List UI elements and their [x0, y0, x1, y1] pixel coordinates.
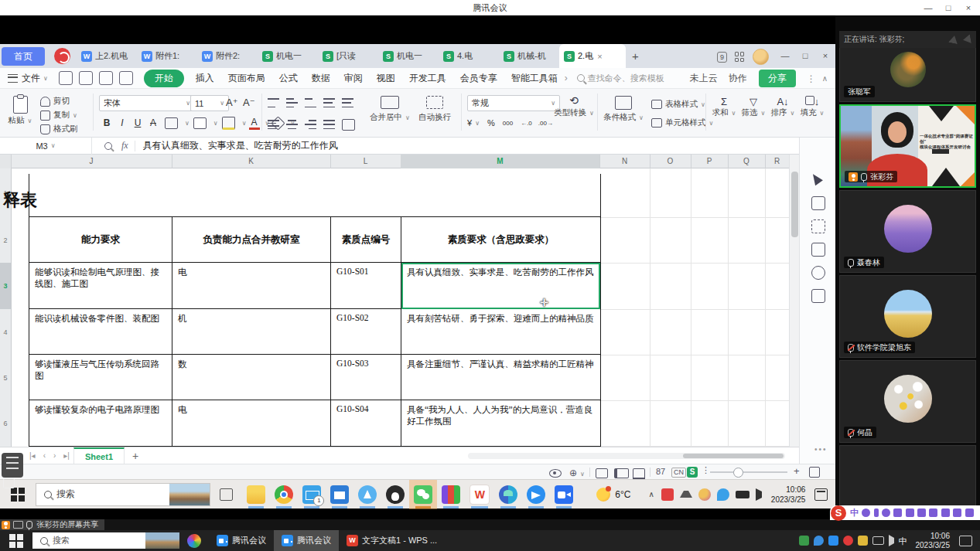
ime-keyboard-icon[interactable]	[917, 508, 926, 517]
thousands-button[interactable]: 000	[503, 120, 513, 127]
ribbon-tab-data[interactable]: 数据	[312, 72, 330, 85]
wrap-text-button[interactable]: 自动换行	[415, 94, 455, 123]
weather-icon[interactable]	[596, 488, 610, 502]
column-header-Q[interactable]: Q	[728, 155, 766, 168]
spreadsheet-grid[interactable]: 1 2 3 4 5 6 释表 能力要求 负责能力点合并教研室 素质点编号 素质要…	[0, 168, 789, 447]
paste-button[interactable]: 粘贴∨	[5, 94, 36, 126]
participant-tile[interactable]: 聂春林	[839, 190, 976, 273]
reading-mode-icon[interactable]	[549, 469, 562, 478]
header-cell[interactable]: 能力要求	[29, 217, 172, 262]
selection-frame-icon[interactable]	[811, 219, 825, 233]
horizontal-scrollbar[interactable]	[468, 453, 785, 459]
host-search-box[interactable]: 搜索	[36, 483, 210, 506]
filter-button[interactable]: ▽筛选∨	[739, 96, 767, 118]
header-cell[interactable]: 素质要求（含思政要求）	[401, 217, 600, 262]
close-button[interactable]: ×	[958, 0, 978, 15]
minimize-button[interactable]: —	[918, 0, 938, 15]
tray-meeting-icon[interactable]	[661, 488, 674, 501]
increase-decimal-button[interactable]: .00→	[538, 120, 553, 127]
taskbar-app-nav[interactable]	[353, 480, 381, 509]
doc-tab[interactable]: S机电一	[258, 44, 318, 68]
collapse-ribbon-icon[interactable]: ∧	[822, 74, 828, 83]
tray-display-icon[interactable]	[872, 536, 884, 545]
wifi-icon[interactable]	[680, 491, 692, 498]
account-avatar[interactable]	[753, 49, 769, 65]
select-all-corner[interactable]	[0, 155, 12, 168]
borders-button[interactable]	[165, 117, 178, 129]
ribbon-tab-page-layout[interactable]: 页面布局	[228, 72, 265, 85]
table-cell[interactable]: 能够识读和绘制电气原理图、接线图、施工图	[29, 263, 172, 308]
last-sheet-arrow[interactable]: ▸|	[63, 451, 70, 460]
print-icon[interactable]	[99, 71, 113, 85]
ime-toolbox-icon[interactable]	[965, 508, 974, 517]
ribbon-tab-view[interactable]: 视图	[377, 72, 395, 85]
number-format-select[interactable]: 常规∨	[467, 95, 560, 111]
viewer-start-button[interactable]	[9, 534, 23, 548]
host-clock[interactable]: 10:06 2023/3/25	[771, 485, 806, 505]
indent-decrease-icon[interactable]	[323, 98, 335, 107]
taskbar-app-mail[interactable]: 1	[298, 480, 326, 509]
italic-button[interactable]: I	[114, 117, 130, 128]
undock-icon[interactable]	[962, 34, 971, 45]
table-cell[interactable]: 够读懂较复杂的电子电路原理图	[29, 400, 172, 446]
ribbon-tab-review[interactable]: 审阅	[344, 72, 363, 85]
vertical-scrollbar[interactable]	[789, 155, 799, 447]
row-number-3-selected[interactable]: 3	[0, 263, 12, 310]
bold-button[interactable]: B	[99, 117, 114, 128]
zoom-in-button[interactable]: +	[794, 465, 800, 477]
viewer-clock[interactable]: 10:06 2023/3/25	[916, 532, 951, 550]
viewer-action-center-icon[interactable]	[959, 536, 972, 546]
sogou-input-toolbar[interactable]: S 中	[830, 505, 980, 520]
save-icon[interactable]	[59, 71, 73, 85]
colorful-app-icon[interactable]	[187, 534, 201, 548]
column-header-L[interactable]: L	[330, 155, 401, 168]
table-cell[interactable]: 机	[172, 309, 331, 354]
zoom-slider[interactable]	[710, 471, 787, 473]
participant-tile-speaker[interactable]: 一体化技术专业群“岗课赛证创”模块化课程体系开发研讨会 张彩芬	[839, 104, 976, 188]
tray-speaker-icon[interactable]	[889, 535, 894, 546]
prev-sheet-arrow[interactable]: ‹	[43, 451, 46, 460]
kebab-menu-icon[interactable]: ⋮	[807, 73, 816, 84]
conditional-format-button[interactable]: 条件格式∨	[602, 94, 645, 123]
font-shrink-button[interactable]: A⁻	[243, 96, 255, 108]
tray-meeting-icon[interactable]	[828, 536, 838, 546]
table-cell[interactable]: 够读懂液压与气压传动系统回路图	[29, 355, 172, 400]
ime-handwrite-icon[interactable]	[906, 508, 914, 517]
column-header-K[interactable]: K	[172, 155, 331, 168]
table-cell[interactable]: G10-S02	[331, 309, 401, 354]
more-tabs-arrow[interactable]: ›	[565, 73, 568, 83]
table-cell[interactable]: 电	[172, 400, 331, 446]
format-painter-button[interactable]: 格式刷	[40, 123, 78, 135]
wps-home-tab[interactable]: 首页	[2, 47, 45, 66]
sum-button[interactable]: Σ求和∨	[710, 96, 738, 118]
wps-close-button[interactable]: ×	[815, 44, 835, 68]
window-button-meeting2-active[interactable]: 腾讯会议	[274, 530, 339, 551]
ribbon-tab-formulas[interactable]: 公式	[279, 72, 298, 85]
cloud-status[interactable]: 未上云	[690, 72, 718, 85]
cut-button[interactable]: 剪切	[40, 95, 70, 107]
doc-tab[interactable]: S[只读	[318, 44, 378, 68]
table-cell[interactable]: 具备“我为人人、人人为我”的大局意识，营造良好工作氛围	[401, 400, 600, 446]
table-cell[interactable]: 能识读机械设备零件图、装配图	[29, 309, 172, 354]
fx-icon[interactable]: fx	[121, 140, 128, 151]
next-sheet-arrow[interactable]: ›	[53, 451, 56, 460]
layout-switch-icon[interactable]	[948, 35, 959, 44]
taskbar-app-qq[interactable]	[381, 480, 409, 509]
doc-tab[interactable]: S4.电	[439, 44, 499, 68]
wps-logo-icon[interactable]: S	[687, 467, 698, 478]
search-highlight-image[interactable]	[145, 532, 179, 549]
column-header-O[interactable]: O	[650, 155, 691, 168]
column-header-J[interactable]: J	[11, 155, 172, 168]
start-button[interactable]	[11, 488, 25, 502]
wps-minimize-button[interactable]: —	[775, 44, 795, 68]
underline-button[interactable]: U	[130, 117, 145, 128]
table-cell[interactable]: G10-S04	[331, 400, 401, 446]
column-header-R[interactable]: R	[765, 155, 790, 168]
table-cell[interactable]: G10-S01	[331, 263, 401, 308]
table-cell[interactable]: 数	[172, 355, 331, 400]
align-middle-icon[interactable]	[286, 98, 298, 107]
column-header-P[interactable]: P	[691, 155, 729, 168]
row-number-5[interactable]: 5	[0, 355, 12, 401]
task-view-icon[interactable]	[220, 488, 234, 501]
resize-icon[interactable]	[811, 196, 825, 210]
